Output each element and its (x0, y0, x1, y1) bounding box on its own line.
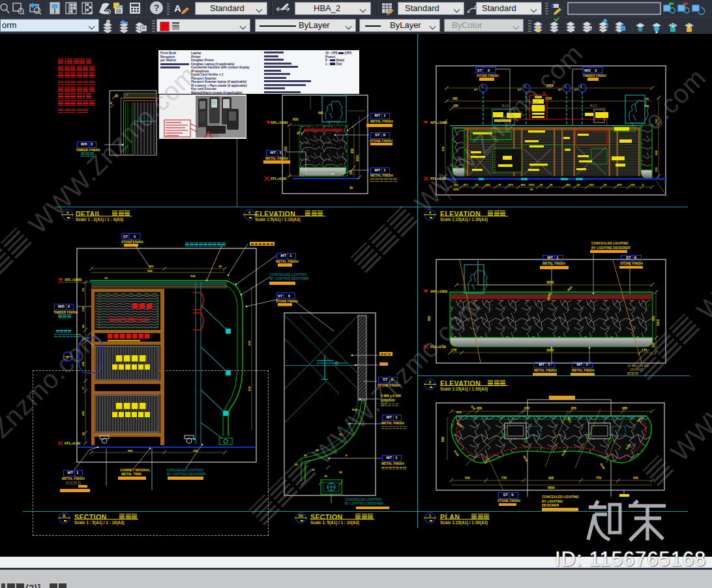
svg-text:5650: 5650 (548, 486, 555, 490)
svg-text:1000: 1000 (657, 319, 660, 326)
svg-text:R446: R446 (453, 450, 460, 458)
svg-text:DT: DT (574, 88, 578, 91)
svg-text:8: 8 (346, 454, 348, 457)
svg-text:17: 17 (82, 387, 85, 390)
svg-text:520: 520 (589, 183, 595, 186)
svg-text:150: 150 (655, 167, 658, 172)
svg-text:600: 600 (428, 316, 431, 321)
svg-text:ST: ST (477, 68, 482, 72)
svg-text:ST: ST (278, 294, 283, 298)
svg-text:R20: R20 (293, 118, 299, 121)
svg-text:3: 3 (565, 85, 567, 88)
svg-text:R18: R18 (456, 411, 462, 414)
svg-text:9: 9 (110, 102, 112, 105)
svg-text:20: 20 (550, 183, 553, 186)
svg-text:800: 800 (128, 449, 133, 452)
svg-text:4: 4 (580, 85, 582, 88)
svg-text:280: 280 (566, 183, 571, 186)
svg-text:100: 100 (630, 183, 636, 186)
svg-text:30: 30 (104, 276, 108, 280)
svg-text:80: 80 (645, 97, 649, 100)
svg-text:770: 770 (501, 477, 507, 480)
svg-text:30: 30 (475, 183, 479, 186)
svg-text:30: 30 (577, 183, 580, 186)
svg-text:30: 30 (540, 183, 543, 186)
svg-text:20: 20 (297, 132, 301, 135)
svg-text:690: 690 (318, 111, 323, 115)
svg-text:CONCEALED LIGHTING: CONCEALED LIGHTING (542, 495, 579, 499)
svg-text:?: ? (154, 3, 160, 13)
svg-text:600: 600 (441, 146, 445, 151)
svg-text:30: 30 (218, 265, 222, 268)
svg-text:STONE FINISH: STONE FINISH (121, 241, 143, 244)
svg-text:1: 1 (482, 85, 484, 88)
svg-text:CONCEALED LIGHTING: CONCEALED LIGHTING (591, 241, 629, 245)
svg-text:AFL+1000: AFL+1000 (65, 278, 82, 282)
svg-text:3: 3 (595, 68, 597, 72)
svg-text:600: 600 (248, 340, 251, 345)
svg-text:DT: DT (474, 88, 478, 91)
svg-text:30: 30 (604, 183, 607, 186)
svg-text:STONE FINISH: STONE FINISH (276, 300, 298, 303)
svg-text:FFL+0.00: FFL+0.00 (65, 441, 80, 445)
svg-text:6: 6 (488, 68, 490, 72)
svg-text:1000: 1000 (356, 154, 359, 162)
svg-text:A: A (174, 3, 181, 14)
svg-text:541: 541 (465, 477, 470, 480)
svg-text:35: 35 (349, 186, 353, 190)
svg-text:BY LIGHTING DESIGNER: BY LIGHTING DESIGNER (591, 246, 630, 250)
svg-text:TIMBER FINISH: TIMBER FINISH (583, 74, 606, 78)
svg-text:3650: 3650 (546, 280, 554, 284)
svg-text:5: 5 (134, 235, 136, 239)
svg-text:AFL+1000: AFL+1000 (430, 289, 447, 293)
svg-text:620: 620 (486, 183, 491, 186)
svg-text:554: 554 (190, 274, 196, 278)
svg-text:6: 6 (288, 294, 290, 298)
svg-text:1075: 1075 (528, 183, 535, 186)
svg-text:AFL+1000: AFL+1000 (430, 121, 447, 125)
svg-text:R646: R646 (599, 463, 606, 471)
svg-text:240: 240 (82, 411, 85, 416)
svg-text:471: 471 (464, 183, 469, 186)
svg-text:260: 260 (452, 97, 458, 100)
svg-text:DESIGNER: DESIGNER (542, 503, 559, 507)
svg-text:WD: WD (584, 68, 590, 72)
svg-text:940: 940 (441, 437, 445, 442)
svg-text:R50: R50 (567, 286, 573, 292)
svg-text:600: 600 (655, 150, 658, 155)
svg-text:650: 650 (248, 386, 251, 391)
svg-text:50: 50 (82, 288, 85, 291)
svg-text:541: 541 (633, 477, 638, 480)
svg-text:470: 470 (617, 183, 623, 186)
svg-text:N.I.C.: N.I.C. (590, 104, 598, 108)
svg-text:75: 75 (324, 475, 327, 478)
svg-text:770: 770 (596, 477, 601, 480)
svg-text:3300: 3300 (546, 348, 554, 352)
svg-text:100: 100 (453, 104, 458, 108)
svg-text:STONE FINISH: STONE FINISH (477, 74, 499, 78)
svg-text:928: 928 (548, 477, 554, 480)
svg-text:554: 554 (147, 269, 153, 272)
svg-text:BY LIGHTING: BY LIGHTING (542, 499, 563, 503)
svg-text:470: 470 (509, 183, 514, 186)
svg-text:600: 600 (652, 316, 655, 321)
svg-text:AFL+1000: AFL+1000 (271, 121, 288, 125)
svg-text:30: 30 (530, 188, 533, 191)
svg-text:960: 960 (521, 183, 526, 186)
svg-text:230: 230 (82, 306, 85, 312)
svg-text:50: 50 (339, 471, 342, 474)
svg-text:870: 870 (571, 407, 576, 410)
svg-text:ST: ST (123, 235, 128, 239)
svg-text:670: 670 (524, 407, 529, 410)
svg-text:650: 650 (351, 148, 354, 153)
svg-text:FFL+0.00: FFL+0.00 (271, 177, 286, 181)
svg-text:175: 175 (451, 348, 457, 352)
svg-text:30: 30 (498, 183, 501, 186)
svg-text:W240*D250*H160: W240*D250*H160 (109, 317, 149, 323)
svg-text:550: 550 (149, 265, 154, 268)
svg-text:R18: R18 (470, 405, 477, 411)
